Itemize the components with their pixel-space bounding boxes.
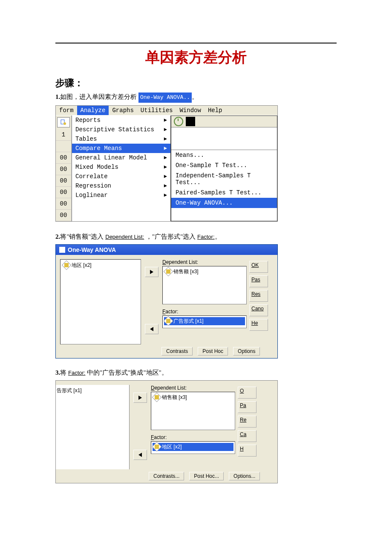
move-to-dependent-button[interactable] xyxy=(145,267,159,277)
analyze-dropdown: Reports▶ Descriptive Statistics▶ Tables▶… xyxy=(72,116,171,221)
source-variable-list-2[interactable]: 告形式 [x1] xyxy=(56,385,130,469)
factor-box[interactable]: 广告形式 [x1] xyxy=(162,315,247,328)
step-1-line: 1.如图，进入单因素方差分析 One-Way ANOVA..。 xyxy=(55,92,337,103)
menu-form[interactable]: form xyxy=(56,106,77,115)
menu-analyze[interactable]: Analyze xyxy=(77,106,109,115)
left-gutter: 1 00 00 00 00 00 00 xyxy=(56,116,72,221)
svg-point-1 xyxy=(63,122,66,125)
scale-icon xyxy=(164,316,173,326)
dialog-action-buttons-2: O Pa Re Ca H xyxy=(236,385,257,469)
var-adform[interactable]: 广告形式 [x1] xyxy=(164,317,245,325)
ok-button[interactable]: OK xyxy=(249,261,268,273)
var-sales-2[interactable]: 销售额 [x3] xyxy=(153,393,233,402)
move-to-factor-button-2[interactable] xyxy=(133,450,147,460)
contrasts-button-2[interactable]: Contrasts... xyxy=(149,472,184,480)
menu-reports[interactable]: Reports▶ xyxy=(72,116,170,125)
posthoc-button[interactable]: Post Hoc xyxy=(198,347,228,356)
step-3-line: 3.将 Factor: 中的"广告形式"换成"地区"。 xyxy=(55,368,337,378)
menu-descriptive[interactable]: Descriptive Statistics▶ xyxy=(72,125,170,134)
stop-icon[interactable] xyxy=(186,117,195,126)
spss-menu-screenshot: form Analyze Graphs Utilities Window Hel… xyxy=(55,105,278,222)
compare-means-submenu: Means... One-Sample T Test... Independen… xyxy=(171,116,277,221)
dependent-list-box-2[interactable]: 销售额 [x3] xyxy=(151,392,235,430)
menu-window[interactable]: Window xyxy=(176,106,204,115)
oneway-anova-dialog-1: One-Way ANOVA 地区 [x2] DDependent List:ep… xyxy=(55,244,278,358)
dependent-list-box[interactable]: 销售额 [x3] xyxy=(162,266,247,304)
menu-help[interactable]: Help xyxy=(205,106,226,115)
top-rule xyxy=(55,43,337,43)
step-2-line: 2.将"销售额"选入 Dependent List: ，"广告形式"选入 Fac… xyxy=(55,232,337,242)
reset-button[interactable]: Res xyxy=(249,290,268,302)
submenu-oneway[interactable]: One-Way ANOVA... xyxy=(171,198,277,208)
move-to-factor-button[interactable] xyxy=(145,324,159,334)
var-adform-left[interactable]: 告形式 [x1] xyxy=(56,387,127,395)
paste-button-2[interactable]: Pa xyxy=(238,401,257,413)
factor-label: Factor: xyxy=(162,309,248,315)
paste-button[interactable]: Pas xyxy=(249,275,268,287)
sub-toolbar xyxy=(171,116,277,127)
menu-utilities[interactable]: Utilities xyxy=(137,106,176,115)
factor-label-2: Factor: xyxy=(151,434,236,440)
menu-mixed[interactable]: Mixed Models▶ xyxy=(72,162,170,172)
oneway-anova-badge: One-Way ANOVA.. xyxy=(138,92,192,103)
scale-icon xyxy=(152,442,162,452)
options-button-2[interactable]: Options... xyxy=(229,472,260,480)
menu-tables[interactable]: Tables▶ xyxy=(72,134,170,144)
oneway-anova-dialog-2: 告形式 [x1] Dependent List: 销售额 [x3] Factor… xyxy=(55,380,278,483)
scale-icon xyxy=(152,393,162,402)
cancel-button-2[interactable]: Ca xyxy=(238,430,257,442)
submenu-onesample[interactable]: One-Sample T Test... xyxy=(171,160,277,171)
menu-loglinear[interactable]: Loglinear▶ xyxy=(72,191,170,200)
submenu-paired[interactable]: Paired-Samples T Test... xyxy=(171,188,277,198)
dialog-bottom-row-2: Contrasts... Post Hoc... Options... xyxy=(56,469,277,483)
menu-compare-means[interactable]: Compare Means▶ xyxy=(72,144,170,153)
dependent-label-2: Dependent List: xyxy=(151,385,236,391)
var-region-factor[interactable]: 地区 [x2] xyxy=(153,443,233,451)
var-region[interactable]: 地区 [x2] xyxy=(62,261,139,269)
posthoc-button-2[interactable]: Post Hoc... xyxy=(189,472,224,480)
cancel-button[interactable]: Cano xyxy=(249,304,268,316)
steps-heading: 步骤： xyxy=(55,77,337,90)
scale-icon xyxy=(62,260,72,270)
contrasts-button[interactable]: Contrasts xyxy=(161,347,193,356)
move-to-dependent-button-2[interactable] xyxy=(133,393,147,403)
scale-icon xyxy=(164,267,173,277)
dialog-icon xyxy=(59,247,65,253)
source-variable-list[interactable]: 地区 [x2] xyxy=(60,259,141,344)
submenu-independent[interactable]: Independent-Samples T Test... xyxy=(171,171,277,188)
menu-glm[interactable]: General Linear Model▶ xyxy=(72,153,170,162)
var-sales[interactable]: 销售额 [x3] xyxy=(164,268,245,276)
menu-graphs[interactable]: Graphs xyxy=(109,106,137,115)
menubar: form Analyze Graphs Utilities Window Hel… xyxy=(56,106,277,116)
dependent-label: DDependent List:ependent List: xyxy=(162,259,248,265)
doc-title: 单因素方差分析 xyxy=(55,48,337,67)
menu-correlate[interactable]: Correlate▶ xyxy=(72,172,170,181)
dialog-action-buttons: OK Pas Res Cano He xyxy=(248,259,268,344)
options-button[interactable]: Options xyxy=(233,347,260,356)
clock-icon[interactable] xyxy=(174,117,183,126)
factor-box-2[interactable]: 地区 [x2] xyxy=(151,441,235,454)
toolbar-icon[interactable] xyxy=(57,117,70,127)
ok-button-2[interactable]: O xyxy=(238,387,257,399)
dialog-titlebar: One-Way ANOVA xyxy=(56,245,277,255)
submenu-means[interactable]: Means... xyxy=(171,150,277,160)
help-button[interactable]: He xyxy=(249,319,268,331)
dialog-bottom-row: Contrasts Post Hoc Options xyxy=(56,344,277,358)
menu-regression[interactable]: Regression▶ xyxy=(72,181,170,191)
reset-button-2[interactable]: Re xyxy=(238,416,257,428)
help-button-2[interactable]: H xyxy=(238,445,257,457)
